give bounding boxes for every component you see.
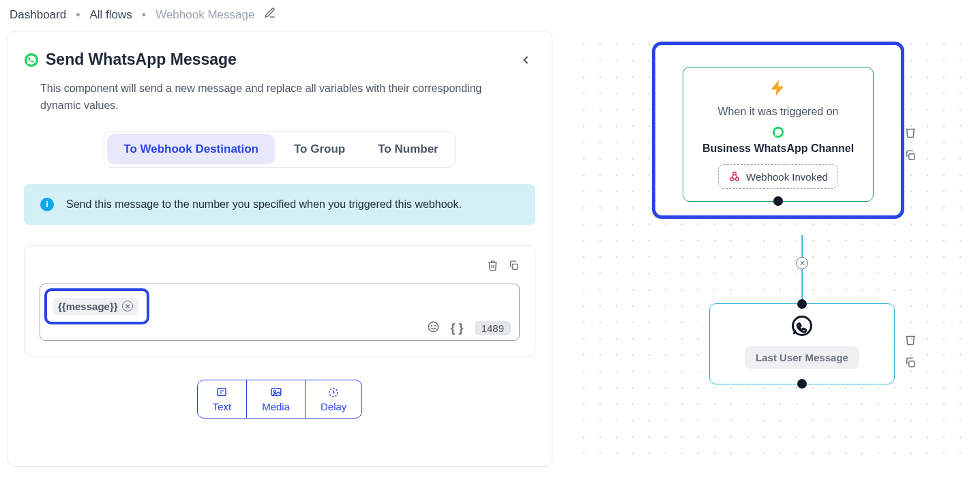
add-delay-label: Delay	[321, 401, 346, 412]
breadcrumb-dashboard[interactable]: Dashboard	[10, 8, 66, 22]
delete-icon[interactable]	[487, 260, 499, 274]
tab-webhook-destination[interactable]: To Webhook Destination	[107, 134, 275, 164]
svg-point-13	[736, 178, 739, 181]
add-media-button[interactable]: Media	[247, 380, 306, 418]
remove-variable-icon[interactable]: ✕	[122, 301, 133, 312]
info-text: Send this message to the number you spec…	[66, 198, 462, 211]
flow-canvas[interactable]: When it was triggered on Business WhatsA…	[570, 31, 973, 467]
text-icon	[216, 386, 228, 398]
svg-point-2	[428, 322, 438, 331]
svg-point-9	[273, 390, 276, 392]
trigger-event-label: Webhook Invoked	[746, 171, 828, 183]
breadcrumb-separator: •	[142, 9, 146, 21]
copy-node-icon[interactable]	[904, 149, 980, 164]
remove-connection-icon[interactable]: ✕	[796, 257, 808, 269]
message-node[interactable]: Last User Message	[709, 303, 895, 384]
whatsapp-icon	[24, 52, 39, 67]
edit-icon[interactable]	[264, 7, 276, 22]
config-panel: Send WhatsApp Message This component wil…	[7, 31, 552, 467]
delete-node-icon[interactable]	[904, 333, 980, 348]
input-port[interactable]	[797, 299, 807, 309]
lightning-icon	[696, 78, 861, 100]
add-media-label: Media	[262, 401, 290, 412]
copy-icon[interactable]	[508, 260, 520, 274]
add-text-button[interactable]: Text	[198, 380, 248, 418]
panel-description: This component will send a new message a…	[40, 80, 504, 115]
svg-rect-5	[218, 388, 226, 395]
add-block-actions: Text Media Delay	[197, 380, 363, 419]
panel-title: Send WhatsApp Message	[46, 50, 237, 69]
breadcrumb-current: Webhook Message	[155, 8, 254, 22]
svg-point-4	[434, 325, 435, 326]
output-port[interactable]	[797, 379, 807, 389]
webhook-icon	[728, 170, 741, 183]
trigger-event-pill[interactable]: Webhook Invoked	[718, 164, 838, 189]
add-text-label: Text	[213, 401, 232, 412]
whatsapp-icon	[772, 126, 784, 138]
media-icon	[270, 386, 282, 398]
info-banner: i Send this message to the number you sp…	[24, 184, 535, 225]
tab-to-group[interactable]: To Group	[278, 134, 361, 164]
variable-braces-icon[interactable]: { }	[451, 321, 464, 335]
variable-chip[interactable]: {{message}} ✕	[53, 298, 138, 315]
delete-node-icon[interactable]	[904, 126, 980, 141]
trigger-channel: Business WhatsApp Channel	[696, 142, 861, 155]
svg-point-12	[730, 178, 734, 181]
trigger-node-highlight: When it was triggered on Business WhatsA…	[652, 42, 904, 219]
copy-node-icon[interactable]	[904, 356, 980, 371]
svg-rect-15	[909, 154, 915, 160]
variable-highlight: {{message}} ✕	[44, 288, 149, 324]
breadcrumb-all-flows[interactable]: All flows	[89, 8, 132, 22]
tab-to-number[interactable]: To Number	[361, 134, 454, 164]
add-delay-button[interactable]: Delay	[306, 380, 361, 418]
variable-label: {{message}}	[58, 301, 118, 312]
svg-rect-1	[512, 264, 518, 269]
info-icon: i	[40, 198, 54, 211]
breadcrumb-separator: •	[76, 9, 80, 21]
whatsapp-outline-icon	[790, 314, 814, 338]
trigger-node[interactable]: When it was triggered on Business WhatsA…	[683, 67, 874, 202]
delay-icon	[327, 386, 340, 398]
collapse-icon[interactable]	[516, 50, 535, 72]
svg-rect-17	[909, 361, 915, 367]
message-input[interactable]: {{message}} ✕ { } 1489	[40, 284, 520, 341]
trigger-label: When it was triggered on	[696, 106, 861, 118]
breadcrumb: Dashboard • All flows • Webhook Message	[0, 0, 980, 31]
output-port[interactable]	[773, 196, 783, 206]
char-count: 1489	[475, 321, 511, 335]
svg-point-3	[431, 325, 432, 326]
connector-line	[801, 235, 803, 303]
emoji-icon[interactable]	[427, 320, 440, 336]
message-node-pill: Last User Message	[745, 346, 859, 369]
destination-tabs: To Webhook Destination To Group To Numbe…	[104, 131, 455, 168]
message-editor-card: {{message}} ✕ { } 1489	[24, 245, 535, 356]
